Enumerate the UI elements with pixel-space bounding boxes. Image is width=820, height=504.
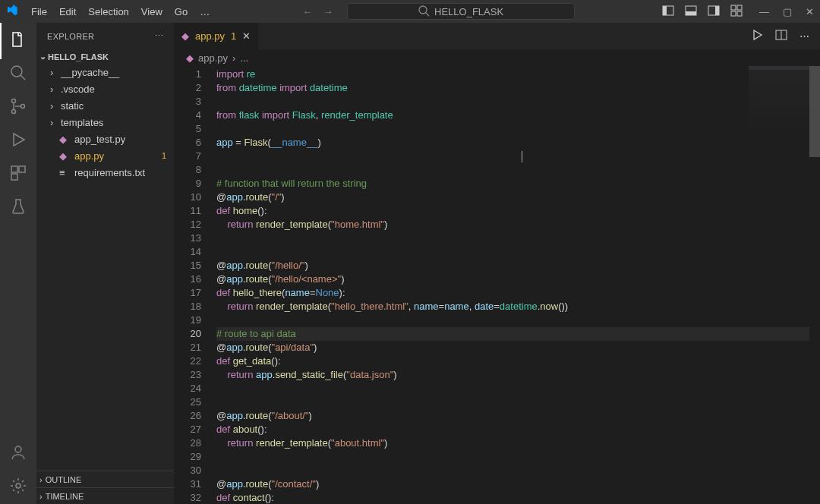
explorer-icon[interactable] — [9, 30, 27, 49]
tree-label: .vscode — [61, 83, 95, 95]
tree-item-app-py[interactable]: ◆app.py1 — [41, 147, 174, 164]
svg-rect-8 — [731, 5, 736, 10]
chevron-right-icon: › — [50, 83, 59, 95]
menu-go[interactable]: Go — [169, 5, 193, 19]
run-debug-icon[interactable] — [9, 131, 27, 149]
nav-forward-icon[interactable]: → — [323, 6, 333, 17]
command-center[interactable]: HELLO_FLASK — [347, 3, 575, 20]
sidebar: EXPLORER ⋯ ⌄ HELLO_FLASK ›__pycache__›.v… — [36, 23, 174, 504]
tree-item-requirements-txt[interactable]: ≡requirements.txt — [41, 164, 174, 181]
svg-rect-9 — [737, 5, 742, 10]
tab-bar: ◆ app.py 1 ✕ ⋯ — [174, 23, 820, 49]
tree-item---pycache--[interactable]: ›__pycache__ — [41, 64, 174, 80]
python-file-icon: ◆ — [186, 52, 194, 64]
timeline-label: TIMELINE — [46, 492, 84, 501]
settings-gear-icon[interactable] — [9, 477, 27, 495]
python-file-icon: ◆ — [59, 150, 71, 162]
activity-bar — [0, 23, 36, 504]
line-numbers: 1234567891011121314151617181920212223242… — [174, 66, 216, 504]
tree-item-templates[interactable]: ›templates — [41, 114, 174, 131]
svg-point-21 — [16, 484, 20, 488]
testing-icon[interactable] — [9, 197, 27, 216]
svg-point-16 — [21, 105, 25, 109]
text-file-icon: ≡ — [59, 167, 71, 178]
menu-…[interactable]: … — [194, 5, 215, 19]
menu-file[interactable]: File — [26, 5, 52, 19]
svg-point-12 — [11, 66, 22, 77]
svg-point-0 — [419, 6, 427, 14]
extensions-icon[interactable] — [9, 164, 27, 182]
nav-arrows: ← → — [303, 6, 333, 17]
file-tree: ›__pycache__›.vscode›static›templates◆ap… — [36, 64, 174, 181]
split-editor-icon[interactable] — [775, 29, 787, 43]
breadcrumb[interactable]: ◆ app.py › ... — [174, 49, 820, 66]
tab-label: app.py — [195, 30, 225, 42]
svg-rect-19 — [11, 174, 17, 180]
tree-label: __pycache__ — [61, 67, 119, 78]
breadcrumb-tail: ... — [240, 52, 248, 64]
tab-actions: ⋯ — [751, 23, 820, 49]
toggle-secondary-sidebar-icon[interactable] — [708, 5, 720, 19]
svg-line-1 — [426, 13, 429, 16]
project-name: HELLO_FLASK — [48, 52, 109, 61]
tree-label: templates — [61, 117, 103, 128]
chevron-right-icon: › — [39, 492, 43, 501]
text-cursor — [522, 151, 522, 162]
python-file-icon: ◆ — [181, 30, 189, 42]
scroll-thumb[interactable] — [809, 66, 820, 157]
svg-rect-10 — [731, 11, 736, 16]
sidebar-title-row: EXPLORER ⋯ — [36, 23, 174, 49]
accounts-icon[interactable] — [9, 443, 27, 461]
tree-item-app-test-py[interactable]: ◆app_test.py — [41, 131, 174, 147]
toggle-panel-icon[interactable] — [685, 5, 697, 19]
vertical-scrollbar[interactable] — [809, 66, 820, 504]
tab-badge: 1 — [231, 30, 236, 42]
menu-edit[interactable]: Edit — [54, 5, 81, 19]
more-actions-icon[interactable]: ⋯ — [800, 30, 809, 42]
svg-rect-3 — [663, 6, 667, 15]
run-icon[interactable] — [751, 29, 763, 43]
menu-selection[interactable]: Selection — [83, 5, 134, 19]
minimize-button[interactable]: — — [759, 6, 769, 17]
svg-line-13 — [20, 75, 25, 80]
outline-label: OUTLINE — [46, 475, 82, 484]
sidebar-more-icon[interactable]: ⋯ — [155, 31, 163, 41]
tree-label: app_test.py — [74, 134, 125, 145]
chevron-right-icon: › — [50, 117, 59, 128]
svg-rect-17 — [11, 166, 17, 172]
breadcrumb-separator: › — [232, 52, 235, 64]
chevron-right-icon: › — [50, 100, 59, 112]
layout-controls — [662, 5, 743, 19]
search-icon — [418, 5, 430, 19]
toggle-primary-sidebar-icon[interactable] — [662, 5, 674, 19]
svg-point-14 — [12, 99, 16, 103]
tab-app-py[interactable]: ◆ app.py 1 ✕ — [174, 23, 259, 49]
source-control-icon[interactable] — [9, 97, 27, 115]
editor: ◆ app.py 1 ✕ ⋯ ◆ app.py › ... 1234567891… — [174, 23, 820, 504]
project-header[interactable]: ⌄ HELLO_FLASK — [36, 49, 174, 64]
nav-back-icon[interactable]: ← — [303, 6, 313, 17]
menu-view[interactable]: View — [136, 5, 168, 19]
svg-rect-5 — [686, 11, 696, 15]
svg-rect-18 — [19, 166, 25, 172]
search-activity-icon[interactable] — [9, 64, 27, 82]
breadcrumb-file: app.py — [198, 52, 228, 64]
timeline-section[interactable]: › TIMELINE — [36, 487, 174, 504]
code-content[interactable]: import refrom datetime import datetimefr… — [216, 66, 820, 504]
tree-item-static[interactable]: ›static — [41, 97, 174, 114]
tree-item--vscode[interactable]: ›.vscode — [41, 80, 174, 97]
svg-point-20 — [15, 446, 21, 452]
close-tab-icon[interactable]: ✕ — [242, 30, 251, 42]
close-button[interactable]: ✕ — [806, 6, 814, 17]
sidebar-title: EXPLORER — [47, 32, 94, 41]
maximize-button[interactable]: ▢ — [783, 6, 792, 17]
python-file-icon: ◆ — [59, 134, 71, 145]
svg-point-15 — [12, 110, 16, 114]
customize-layout-icon[interactable] — [730, 5, 743, 19]
title-bar: FileEditSelectionViewGo… ← → HELLO_FLASK… — [0, 0, 820, 23]
code-area[interactable]: 1234567891011121314151617181920212223242… — [174, 66, 820, 504]
search-text: HELLO_FLASK — [434, 6, 503, 17]
minimap[interactable] — [749, 66, 809, 134]
outline-section[interactable]: › OUTLINE — [36, 471, 174, 487]
modified-badge: 1 — [162, 151, 166, 160]
